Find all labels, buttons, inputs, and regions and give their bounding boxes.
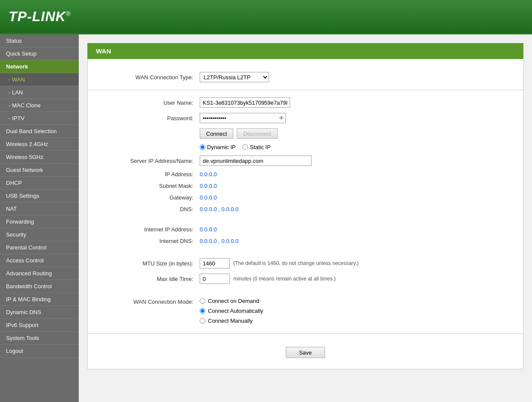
mtu-input[interactable] [200,258,230,268]
sidebar-item-usb-settings[interactable]: USB Settings [0,190,79,203]
page-title: WAN [87,43,523,59]
password-wrap: 👁 [200,113,286,123]
subnet-mask-value: 0.0.0.0 [200,183,217,189]
internet-dns-value: 0.0.0.0 , 0.0.0.0 [200,238,238,244]
header: TP-LINK® [0,0,532,34]
wan-mode-section: Connect on Demand Connect Automatically … [200,298,263,324]
mtu-row: MTU Size (in bytes): (The default is 146… [88,257,523,269]
connect-automatically-radio[interactable] [200,308,205,314]
sidebar-item-wireless-5[interactable]: Wireless 5GHz [0,151,79,164]
password-field: 👁 [200,113,523,123]
connect-button[interactable]: Connect [200,128,233,139]
password-toggle-icon[interactable]: 👁 [278,113,285,123]
sidebar-item-wan[interactable]: - WAN [0,73,79,86]
sidebar-item-bandwidth-control[interactable]: Bandwidth Control [0,280,79,293]
static-ip-label: Static IP [250,144,270,150]
sidebar-item-network[interactable]: Network [0,60,79,73]
sidebar-item-quick-setup[interactable]: Quick Setup [0,47,79,60]
internet-ip-field: 0.0.0.0 [200,226,523,233]
username-input[interactable] [200,97,290,108]
dns-row: DNS: 0.0.0.0 , 0.0.0.0 [88,205,523,213]
save-button[interactable]: Save [286,347,325,358]
wan-mode-row: WAN Connection Mode: Connect on Demand C… [88,297,523,325]
username-field [200,97,523,108]
max-idle-input[interactable] [200,274,230,284]
sidebar-item-mac-clone[interactable]: - MAC Clone [0,99,79,112]
static-ip-radio[interactable] [242,144,248,150]
connect-automatically-option[interactable]: Connect Automatically [200,308,263,314]
sidebar-item-dual-band[interactable]: Dual Band Selection [0,125,79,138]
max-idle-hint: minutes (0 means remain active at all ti… [233,276,336,282]
sidebar-item-status[interactable]: Status [0,34,79,47]
max-idle-field: minutes (0 means remain active at all ti… [200,274,523,284]
ip-address-row: IP Address: 0.0.0.0 [88,170,523,178]
sidebar-item-wireless-24[interactable]: Wireless 2.4GHz [0,138,79,151]
wan-mode-field: Connect on Demand Connect Automatically … [200,298,523,324]
internet-dns-row: Internet DNS: 0.0.0.0 , 0.0.0.0 [88,237,523,245]
max-idle-label: Max Idle Time: [88,276,200,282]
gateway-value: 0.0.0.0 [200,194,217,201]
sidebar-item-guest-network[interactable]: Guest Network [0,164,79,177]
server-ip-input[interactable] [200,156,312,166]
sidebar-item-nat[interactable]: NAT [0,203,79,215]
ip-type-row: Dynamic IP Static IP [88,143,523,151]
connect-automatically-label: Connect Automatically [208,308,263,314]
dynamic-ip-option[interactable]: Dynamic IP [200,144,235,150]
dns-value: 0.0.0.0 , 0.0.0.0 [200,206,238,212]
sidebar-item-system-tools[interactable]: System Tools [0,332,79,345]
internet-ip-label: Internet IP Address: [88,226,200,233]
connect-btns-field: Connect Disconnect [200,128,523,139]
connect-on-demand-option[interactable]: Connect on Demand [200,298,263,304]
sidebar-item-access-control[interactable]: Access Control [0,254,79,267]
logo: TP-LINK® [9,9,71,25]
mtu-field: (The default is 1460, do not change unle… [200,258,523,268]
wan-connection-type-row: WAN Connection Type: L2TP/Russia L2TP Dy… [88,71,523,83]
sidebar-item-lan[interactable]: - LAN [0,86,79,99]
dynamic-ip-radio[interactable] [200,144,205,150]
internet-dns-label: Internet DNS: [88,238,200,244]
wan-connection-type-field: L2TP/Russia L2TP Dynamic IP Static IP PP… [200,72,523,82]
wan-connection-type-select[interactable]: L2TP/Russia L2TP Dynamic IP Static IP PP… [200,72,269,82]
disconnect-button[interactable]: Disconnect [237,128,277,139]
sidebar-item-security[interactable]: Security [0,228,79,241]
content-area: WAN WAN Connection Type: L2TP/Russia L2T… [79,34,532,402]
gateway-row: Gateway: 0.0.0.0 [88,193,523,202]
logo-text: TP-LINK [9,9,66,24]
sidebar-item-forwarding[interactable]: Forwarding [0,215,79,228]
internet-ip-value: 0.0.0.0 [200,226,217,233]
form-area: WAN Connection Type: L2TP/Russia L2TP Dy… [87,59,523,369]
connect-manually-radio[interactable] [200,318,205,324]
static-ip-option[interactable]: Static IP [242,144,270,150]
internet-dns-field: 0.0.0.0 , 0.0.0.0 [200,238,523,244]
server-ip-field [200,156,523,166]
subnet-mask-field: 0.0.0.0 [200,183,523,189]
sidebar-item-ip-mac-binding[interactable]: IP & MAC Binding [0,293,79,306]
wan-connection-type-label: WAN Connection Type: [88,74,200,81]
dns-label: DNS: [88,206,200,212]
sidebar-item-logout[interactable]: Logout [0,345,79,358]
sidebar-item-dynamic-dns[interactable]: Dynamic DNS [0,306,79,319]
sidebar-item-iptv[interactable]: - IPTV [0,112,79,125]
username-label: User Name: [88,100,200,106]
dns-field: 0.0.0.0 , 0.0.0.0 [200,206,523,212]
internet-ip-row: Internet IP Address: 0.0.0.0 [88,225,523,234]
max-idle-row: Max Idle Time: minutes (0 means remain a… [88,273,523,285]
sidebar-item-ipv6-support[interactable]: IPv6 Support [0,319,79,332]
logo-reg: ® [66,10,71,17]
password-input[interactable] [200,113,278,123]
connect-on-demand-radio[interactable] [200,298,205,304]
ip-address-label: IP Address: [88,171,200,178]
mtu-label: MTU Size (in bytes): [88,260,200,267]
sidebar-item-parental-control[interactable]: Parental Control [0,241,79,254]
connect-manually-label: Connect Manually [208,318,253,324]
sidebar-item-advanced-routing[interactable]: Advanced Routing [0,267,79,280]
mtu-hint: (The default is 1460, do not change unle… [233,260,359,266]
subnet-mask-row: Subnet Mask: 0.0.0.0 [88,182,523,190]
sidebar-item-dhcp[interactable]: DHCP [0,177,79,190]
username-row: User Name: [88,97,523,109]
main-layout: Status Quick Setup Network - WAN - LAN -… [0,34,532,402]
connect-manually-option[interactable]: Connect Manually [200,318,263,324]
server-ip-row: Server IP Address/Name: [88,155,523,167]
ip-address-value: 0.0.0.0 [200,171,217,178]
wan-mode-label: WAN Connection Mode: [88,298,200,305]
